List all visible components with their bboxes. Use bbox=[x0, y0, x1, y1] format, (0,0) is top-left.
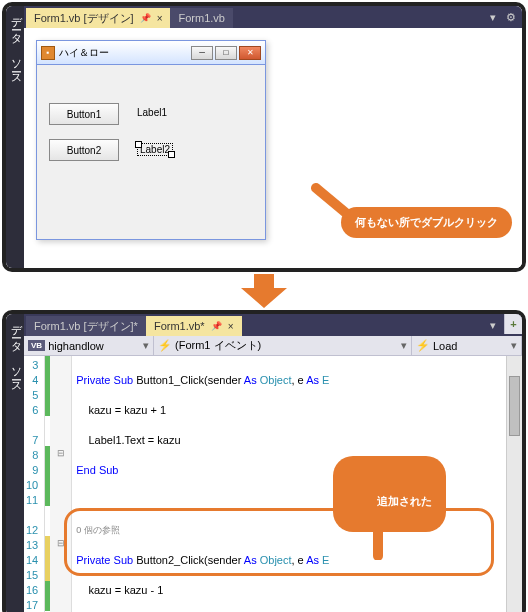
callout-added: 追加された bbox=[333, 456, 446, 532]
scrollbar-thumb[interactable] bbox=[509, 376, 520, 436]
nav-events[interactable]: ⚡ (Form1 イベント) ▾ bbox=[154, 336, 412, 355]
tab-label: Form1.vb bbox=[178, 12, 224, 24]
bolt-icon: ⚡ bbox=[416, 339, 430, 352]
fold-icon[interactable]: ⊟ bbox=[50, 536, 71, 551]
form-icon: ▪ bbox=[41, 46, 55, 60]
vertical-scrollbar[interactable] bbox=[506, 356, 522, 612]
tab-code[interactable]: Form1.vb bbox=[170, 8, 232, 28]
panel-code-editor: データ ソース サーバー エクスプローラー ツールボックス Form1.vb [… bbox=[2, 310, 526, 612]
nav-scope-text: highandlow bbox=[48, 340, 104, 352]
rail-datasource[interactable]: データ ソース bbox=[9, 318, 24, 612]
form-client-area[interactable]: Button1 Label1 Button2 Label2 bbox=[37, 65, 265, 239]
code-nav-bar: VB highandlow ▾ ⚡ (Form1 イベント) ▾ ⚡ Load … bbox=[24, 336, 522, 356]
fold-icon[interactable]: ⊟ bbox=[50, 446, 71, 461]
form-title-text: ハイ＆ロー bbox=[59, 46, 191, 60]
button2-control[interactable]: Button2 bbox=[49, 139, 119, 161]
panel-designer: データ ソース サーバー エクスプローラー ツールボックス Form1.vb [… bbox=[2, 2, 526, 272]
close-icon[interactable]: × bbox=[157, 13, 163, 24]
nav-member-text: Load bbox=[433, 340, 457, 352]
tab-label: Form1.vb [デザイン]* bbox=[34, 319, 138, 334]
pin-icon[interactable]: 📌 bbox=[211, 321, 222, 331]
tab-overflow-icon[interactable]: ▾ bbox=[486, 319, 500, 332]
line-numbers: 3456 7891011 121314151617 bbox=[24, 356, 45, 612]
nav-events-text: (Form1 イベント) bbox=[175, 338, 261, 353]
vb-badge-icon: VB bbox=[28, 340, 45, 351]
chevron-down-icon[interactable]: ▾ bbox=[511, 339, 517, 352]
callout-text: 追加された bbox=[377, 495, 432, 507]
nav-member[interactable]: ⚡ Load ▾ bbox=[412, 336, 522, 355]
tab-designer[interactable]: Form1.vb [デザイン] 📌 × bbox=[26, 8, 170, 28]
pin-icon[interactable]: 📌 bbox=[140, 13, 151, 23]
code-text[interactable]: Private Sub Button1_Click(sender As Obje… bbox=[72, 356, 506, 612]
minimize-icon[interactable]: ─ bbox=[191, 46, 213, 60]
callout-doubleclick: 何もない所でダブルクリック bbox=[341, 207, 512, 238]
tab-strip-bot: Form1.vb [デザイン]* Form1.vb* 📌 × ▾ ⚙ bbox=[24, 314, 522, 336]
tab-code[interactable]: Form1.vb* 📌 × bbox=[146, 316, 242, 336]
chevron-down-icon[interactable]: ▾ bbox=[401, 339, 407, 352]
tab-label: Form1.vb [デザイン] bbox=[34, 11, 134, 26]
label2-control-selected[interactable]: Label2 bbox=[137, 143, 173, 156]
nav-scope[interactable]: VB highandlow ▾ bbox=[24, 336, 154, 355]
rail-datasource[interactable]: データ ソース bbox=[9, 10, 24, 264]
designer-surface[interactable]: ▪ ハイ＆ロー ─ □ ✕ Button1 Label1 Button2 Lab… bbox=[24, 28, 522, 268]
chevron-down-icon[interactable]: ▾ bbox=[143, 339, 149, 352]
bolt-icon: ⚡ bbox=[158, 339, 172, 352]
outline-gutter[interactable]: ⊟ ⊟ bbox=[50, 356, 72, 612]
form-preview[interactable]: ▪ ハイ＆ロー ─ □ ✕ Button1 Label1 Button2 Lab… bbox=[36, 40, 266, 240]
close-window-icon[interactable]: ✕ bbox=[239, 46, 261, 60]
label1-control[interactable]: Label1 bbox=[137, 107, 167, 118]
side-rail[interactable]: データ ソース サーバー エクスプローラー ツールボックス bbox=[6, 314, 24, 612]
tab-label: Form1.vb* bbox=[154, 320, 205, 332]
side-rail[interactable]: データ ソース サーバー エクスプローラー ツールボックス bbox=[6, 6, 24, 268]
gear-icon[interactable]: ⚙ bbox=[500, 11, 522, 24]
code-editor[interactable]: 3456 7891011 121314151617 ⊟ ⊟ Private Su… bbox=[24, 356, 522, 612]
tab-strip-top: Form1.vb [デザイン] 📌 × Form1.vb ▾ ⚙ bbox=[24, 6, 522, 28]
split-plus-icon[interactable]: + bbox=[504, 314, 522, 334]
tab-designer[interactable]: Form1.vb [デザイン]* bbox=[26, 316, 146, 336]
form-titlebar: ▪ ハイ＆ロー ─ □ ✕ bbox=[37, 41, 265, 65]
maximize-icon[interactable]: □ bbox=[215, 46, 237, 60]
transition-arrow-icon bbox=[0, 274, 528, 308]
tab-overflow-icon[interactable]: ▾ bbox=[486, 11, 500, 24]
button1-control[interactable]: Button1 bbox=[49, 103, 119, 125]
close-icon[interactable]: × bbox=[228, 321, 234, 332]
callout-text: 何もない所でダブルクリック bbox=[355, 216, 498, 228]
